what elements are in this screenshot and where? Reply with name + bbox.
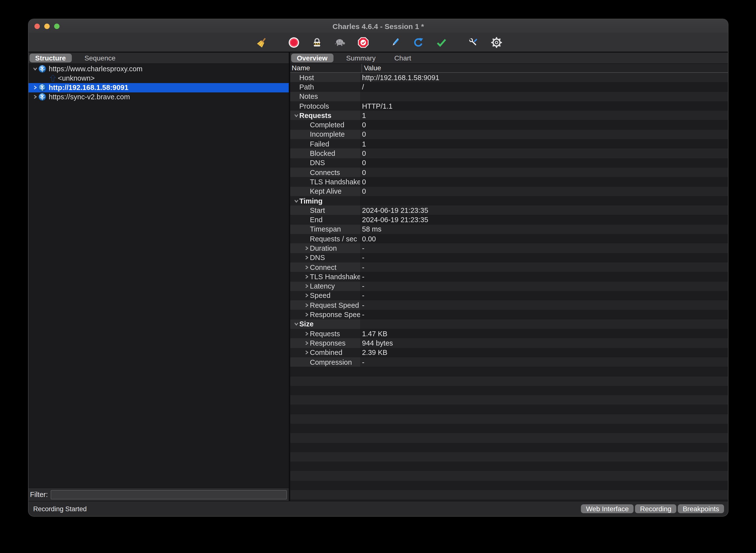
record-icon[interactable] <box>288 36 299 48</box>
table-row[interactable]: Notes <box>290 92 728 101</box>
table-row[interactable]: Combined 2.39 KB <box>290 348 728 358</box>
table-row[interactable]: Host http://192.168.1.58:9091 <box>290 73 728 82</box>
table-row[interactable]: Incomplete 0 <box>290 130 728 139</box>
main-area: Structure Sequence <box>28 53 728 501</box>
table-row[interactable]: Requests 1 <box>290 110 728 120</box>
row-chevron-icon[interactable] <box>303 255 310 260</box>
table-row[interactable]: Compression - <box>290 358 728 367</box>
row-chevron-icon[interactable] <box>303 284 310 289</box>
table-row[interactable]: TLS Handshake - <box>290 272 728 282</box>
table-row[interactable]: Timespan 58 ms <box>290 225 728 234</box>
table-row[interactable]: Size <box>290 319 728 329</box>
row-chevron-icon[interactable] <box>294 198 298 204</box>
clear-session-broom-icon[interactable] <box>256 36 268 48</box>
table-row[interactable]: Path / <box>290 82 728 92</box>
table-row[interactable]: Request Speed - <box>290 300 728 310</box>
row-chevron-icon[interactable] <box>303 312 310 317</box>
row-value: - <box>362 263 364 271</box>
table-row[interactable]: Timing <box>290 196 728 206</box>
table-row[interactable]: End 2024-06-19 21:23:35 <box>290 215 728 225</box>
row-chevron-icon[interactable] <box>303 341 310 345</box>
table-row[interactable]: DNS - <box>290 253 728 262</box>
table-row[interactable]: Failed 1 <box>290 139 728 149</box>
column-header-value[interactable]: Value <box>362 64 728 72</box>
row-name-cell: Blocked <box>290 149 360 158</box>
row-chevron-icon[interactable] <box>294 112 298 119</box>
tools-icon[interactable] <box>468 36 479 48</box>
row-value-cell <box>360 319 728 329</box>
row-value-cell: - <box>360 244 728 253</box>
table-row[interactable]: Protocols HTTP/1.1 <box>290 101 728 111</box>
recording-button[interactable]: Recording <box>635 504 676 514</box>
table-row[interactable]: Completed 0 <box>290 120 728 130</box>
table-row[interactable]: Responses 944 bytes <box>290 338 728 348</box>
row-name-cell: Compression <box>290 358 360 367</box>
empty-row <box>290 424 728 433</box>
table-row[interactable]: TLS Handshakes 0 <box>290 177 728 187</box>
table-row[interactable]: Requests 1.47 KB <box>290 329 728 338</box>
table-row[interactable]: Requests / sec 0.00 <box>290 234 728 244</box>
validate-check-icon[interactable] <box>436 36 447 48</box>
row-chevron-icon[interactable] <box>303 265 310 269</box>
tree-chevron-icon[interactable] <box>32 95 39 99</box>
column-header-name[interactable]: Name <box>290 64 362 72</box>
table-row[interactable]: Kept Alive 0 <box>290 186 728 196</box>
table-row[interactable]: Speed - <box>290 291 728 301</box>
row-value-cell: 0 <box>360 168 728 177</box>
table-row[interactable]: Duration - <box>290 244 728 253</box>
table-row[interactable]: Blocked 0 <box>290 149 728 158</box>
row-value-cell: 0 <box>360 130 728 139</box>
ssl-proxying-lock-icon[interactable] <box>312 36 323 48</box>
table-row[interactable]: Connect - <box>290 262 728 272</box>
breakpoints-button[interactable]: Breakpoints <box>678 504 724 514</box>
row-value-cell: http://192.168.1.58:9091 <box>360 73 728 82</box>
row-chevron-icon[interactable] <box>303 350 310 355</box>
row-chevron-icon[interactable] <box>303 246 310 251</box>
tree-item[interactable]: https://sync-v2.brave.com <box>28 92 288 102</box>
table-row[interactable]: Connects 0 <box>290 168 728 177</box>
row-name-cell: Connect <box>290 262 360 272</box>
tree-item[interactable]: <unknown> <box>28 74 288 83</box>
row-value-cell: 2024-06-19 21:23:35 <box>360 215 728 225</box>
repeat-icon[interactable] <box>413 36 424 48</box>
tree-chevron-icon[interactable] <box>33 65 38 72</box>
web-interface-button[interactable]: Web Interface <box>581 504 634 514</box>
row-value: 2.39 KB <box>362 349 387 357</box>
empty-row <box>290 490 728 500</box>
row-name-cell: Timespan <box>290 225 360 234</box>
breakpoints-icon[interactable] <box>358 36 369 48</box>
row-value-cell: - <box>360 358 728 367</box>
table-row[interactable]: Response Speed - <box>290 310 728 319</box>
row-name-cell: Completed <box>290 120 360 130</box>
table-row[interactable]: Latency - <box>290 282 728 291</box>
row-value-cell: 0 <box>360 120 728 130</box>
table-row[interactable]: Start 2024-06-19 21:23:35 <box>290 206 728 215</box>
row-chevron-icon[interactable] <box>303 303 310 308</box>
tab-structure[interactable]: Structure <box>29 54 72 62</box>
settings-gear-icon[interactable] <box>491 36 502 48</box>
row-name-cell: Connects <box>290 168 360 177</box>
empty-row <box>290 395 728 405</box>
row-value-cell: / <box>360 82 728 92</box>
row-chevron-icon[interactable] <box>303 331 310 336</box>
tab-summary[interactable]: Summary <box>340 54 382 62</box>
filter-input[interactable] <box>51 490 287 499</box>
row-chevron-icon[interactable] <box>303 274 310 279</box>
row-name-cell: Speed <box>290 291 360 301</box>
tree-item[interactable]: https://www.charlesproxy.com <box>28 64 288 74</box>
tab-sequence[interactable]: Sequence <box>78 54 121 62</box>
tree-chevron-icon[interactable] <box>32 85 39 90</box>
table-row[interactable]: DNS 0 <box>290 158 728 168</box>
tab-overview[interactable]: Overview <box>291 54 334 62</box>
row-chevron-icon[interactable] <box>303 293 310 298</box>
row-value: 2024-06-19 21:23:35 <box>362 216 428 224</box>
throttling-turtle-icon[interactable] <box>335 36 346 48</box>
row-label: Connect <box>310 263 336 271</box>
compose-pen-icon[interactable] <box>390 36 401 48</box>
tab-chart[interactable]: Chart <box>388 54 417 62</box>
right-tab-bar: Overview Summary Chart <box>290 53 728 64</box>
row-value-cell: - <box>360 291 728 301</box>
row-chevron-icon[interactable] <box>294 321 298 327</box>
tree-item[interactable]: http://192.168.1.58:9091 <box>28 83 288 92</box>
panel-divider[interactable] <box>288 53 290 501</box>
